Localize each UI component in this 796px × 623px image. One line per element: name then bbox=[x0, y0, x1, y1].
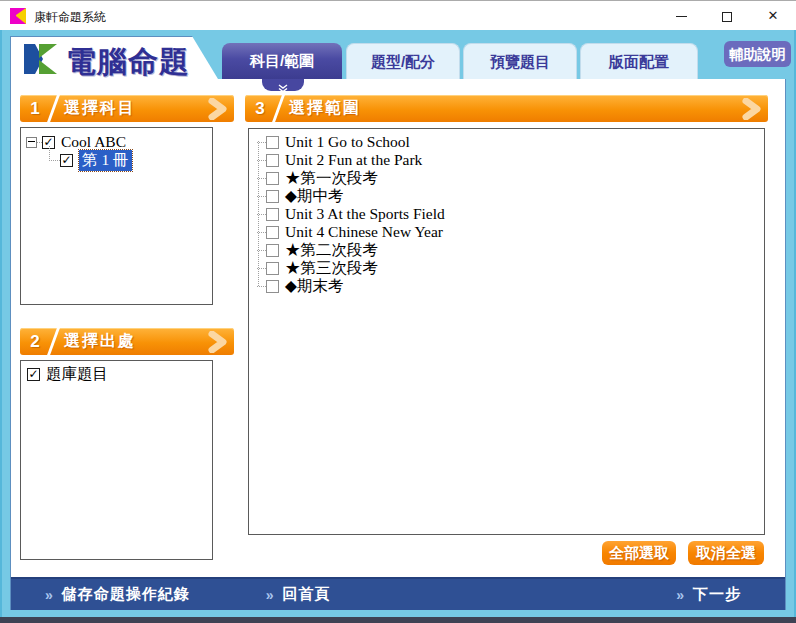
list-item-exam3[interactable]: ★第三次段考 bbox=[249, 259, 764, 277]
active-tab-indicator bbox=[262, 79, 304, 91]
minimize-button[interactable] bbox=[658, 1, 704, 31]
tab-page-layout[interactable]: 版面配置 bbox=[580, 43, 698, 79]
list-item-unit4[interactable]: Unit 4 Chinese New Year bbox=[249, 223, 764, 241]
tab-preview[interactable]: 預覽題目 bbox=[463, 43, 577, 79]
bottom-edge-strip bbox=[0, 617, 796, 623]
close-icon: ✕ bbox=[768, 8, 779, 23]
section-number: 1 bbox=[20, 99, 50, 119]
checkbox-unchecked-icon[interactable] bbox=[266, 190, 279, 203]
next-step-label: 下一步 bbox=[693, 585, 741, 604]
list-item-label: Unit 3 At the Sports Field bbox=[285, 205, 445, 223]
home-link[interactable]: » 回首頁 bbox=[266, 585, 331, 604]
chevron-right-icon bbox=[207, 331, 229, 353]
section-header-source: 2 選擇出處 bbox=[20, 328, 234, 355]
chevron-down-icon bbox=[277, 84, 289, 93]
chevron-right-icon bbox=[741, 98, 763, 120]
checkbox-unchecked-icon[interactable] bbox=[266, 208, 279, 221]
list-item-label: Unit 2 Fun at the Park bbox=[285, 151, 422, 169]
chevron-right-icon: » bbox=[45, 587, 54, 603]
list-item-label: Unit 1 Go to School bbox=[285, 133, 410, 151]
maximize-button[interactable] bbox=[704, 1, 750, 31]
list-item-label: Unit 4 Chinese New Year bbox=[285, 223, 443, 241]
tree-item-volume-1[interactable]: 第 1 冊 bbox=[21, 151, 212, 169]
list-item-exam2[interactable]: ★第二次段考 bbox=[249, 241, 764, 259]
section-title: 選擇範圍 bbox=[289, 98, 361, 119]
checkbox-unchecked-icon[interactable] bbox=[266, 262, 279, 275]
minimize-icon bbox=[676, 16, 687, 17]
list-item-label: ◆期中考 bbox=[285, 186, 343, 207]
list-item-final[interactable]: ◆期末考 bbox=[249, 277, 764, 295]
chevron-right-icon bbox=[207, 98, 229, 120]
app-window: 康軒命題系統 ✕ 電腦命題 科目/範圍 題型/配分 預覽題目 版面配置 輔助說明… bbox=[0, 0, 796, 623]
brand-logo-icon bbox=[22, 42, 60, 76]
app-icon bbox=[10, 8, 26, 24]
section-number: 3 bbox=[245, 99, 275, 119]
home-label: 回首頁 bbox=[283, 585, 331, 604]
list-item-exam1[interactable]: ★第一次段考 bbox=[249, 169, 764, 187]
section-number: 2 bbox=[20, 332, 50, 352]
brand-logo-text: 電腦命題 bbox=[66, 42, 190, 83]
checkbox-unchecked-icon[interactable] bbox=[266, 280, 279, 293]
tab-question-type[interactable]: 題型/配分 bbox=[346, 43, 460, 79]
subject-tree: Cool ABC 第 1 冊 bbox=[20, 127, 213, 305]
checkbox-unchecked-icon[interactable] bbox=[266, 226, 279, 239]
select-all-button[interactable]: 全部選取 bbox=[602, 541, 676, 565]
checkbox-checked-icon[interactable] bbox=[60, 154, 73, 167]
chevron-right-icon: » bbox=[676, 587, 685, 603]
range-list: Unit 1 Go to School Unit 2 Fun at the Pa… bbox=[248, 128, 765, 535]
checkbox-checked-icon[interactable] bbox=[27, 368, 40, 381]
tab-subject-range[interactable]: 科目/範圍 bbox=[222, 43, 342, 79]
close-button[interactable]: ✕ bbox=[750, 1, 796, 31]
tree-item-label: Cool ABC bbox=[61, 133, 126, 151]
chevron-right-icon: » bbox=[266, 587, 275, 603]
window-titlebar: 康軒命題系統 ✕ bbox=[0, 0, 796, 30]
list-item-unit2[interactable]: Unit 2 Fun at the Park bbox=[249, 151, 764, 169]
save-record-link[interactable]: » 儲存命題操作紀錄 bbox=[45, 585, 190, 604]
checkbox-unchecked-icon[interactable] bbox=[266, 154, 279, 167]
deselect-all-button[interactable]: 取消全選 bbox=[688, 541, 764, 565]
tree-item-label-selected: 第 1 冊 bbox=[79, 150, 132, 171]
section-header-subject: 1 選擇科目 bbox=[20, 95, 234, 122]
list-item-question-bank[interactable]: 題庫題目 bbox=[21, 365, 212, 383]
list-item-unit1[interactable]: Unit 1 Go to School bbox=[249, 133, 764, 151]
checkbox-unchecked-icon[interactable] bbox=[266, 172, 279, 185]
list-item-unit3[interactable]: Unit 3 At the Sports Field bbox=[249, 205, 764, 223]
help-button[interactable]: 輔助說明 bbox=[724, 41, 791, 67]
maximize-icon bbox=[722, 12, 732, 22]
tree-connector bbox=[49, 146, 60, 161]
next-step-link[interactable]: » 下一步 bbox=[676, 585, 741, 604]
section-title: 選擇出處 bbox=[64, 331, 136, 352]
section-title: 選擇科目 bbox=[64, 98, 136, 119]
checkbox-unchecked-icon[interactable] bbox=[266, 244, 279, 257]
source-list: 題庫題目 bbox=[20, 360, 213, 560]
checkbox-unchecked-icon[interactable] bbox=[266, 136, 279, 149]
list-item-midterm[interactable]: ◆期中考 bbox=[249, 187, 764, 205]
tree-connector-line bbox=[258, 141, 259, 286]
footer-bar: » 儲存命題操作紀錄 » 回首頁 » 下一步 bbox=[11, 577, 785, 610]
section-header-range: 3 選擇範圍 bbox=[245, 95, 768, 122]
tree-collapse-icon[interactable] bbox=[26, 137, 37, 148]
save-record-label: 儲存命題操作紀錄 bbox=[62, 585, 190, 604]
list-item-label: ◆期末考 bbox=[285, 276, 343, 297]
list-item-label: 題庫題目 bbox=[46, 364, 108, 385]
window-title: 康軒命題系統 bbox=[34, 9, 106, 26]
